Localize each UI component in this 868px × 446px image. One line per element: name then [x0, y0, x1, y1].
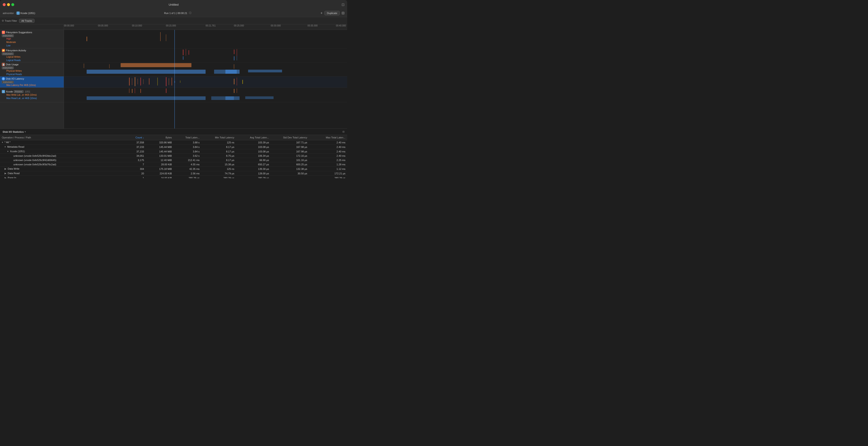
all-tracks-button[interactable]: All Tracks [19, 19, 35, 23]
breadcrumb-admonitor: admonitor [3, 12, 14, 14]
cell-bytes: 145.44 MiB [146, 145, 174, 149]
traffic-lights [3, 3, 14, 6]
track-filter-bar: ⊙ Track Filter All Tracks [0, 17, 347, 24]
expand-icon[interactable]: ▶ [4, 172, 6, 175]
cell-std-latency: 167.98 μs [271, 149, 309, 154]
svg-rect-9 [234, 56, 235, 60]
table-row[interactable]: ▶ Data Write 304 175.18 MiB 42.35 ms 125… [0, 167, 347, 171]
cell-operation: ▾ Xcode (1051) [0, 149, 118, 154]
cell-std-latency: 101.16 μs [271, 158, 309, 162]
col-header-total-latency[interactable]: Total Laten... [174, 135, 202, 140]
cell-min-latency: 280.29 μs [202, 176, 236, 178]
expand-icon[interactable]: ▶ [4, 167, 6, 170]
stats-dropdown-icon[interactable]: ▾ [25, 130, 26, 133]
col-header-count[interactable]: Count ↓ [118, 135, 146, 140]
svg-rect-18 [248, 70, 282, 72]
info-icon[interactable]: ⓘ [189, 11, 191, 15]
cell-count: 3,175 [118, 158, 146, 162]
track-filter-button[interactable]: ⊙ Track Filter [2, 19, 17, 22]
split-view-icon[interactable]: ⊡ [342, 2, 344, 7]
tick-5: 00:25.000 [234, 24, 244, 27]
cell-max-latency: 2.40 ms [309, 145, 347, 149]
track-content-disk-io-latency [64, 77, 347, 88]
cell-avg-latency: 650.27 μs [236, 162, 271, 167]
col-header-min-latency[interactable]: Min Total Latency [202, 135, 236, 140]
svg-rect-17 [225, 70, 240, 74]
col-header-avg-latency[interactable]: Avg Total Laten... [236, 135, 271, 140]
track-icon-xcode: X [2, 90, 5, 93]
tick-1: 00:05.000 [98, 24, 108, 27]
run-info: Run 1 of 1 | 00:00:21 ⓘ [37, 11, 319, 15]
cell-operation: ▾ Metadata Read [0, 145, 118, 149]
tick-0: 00:00.000 [64, 24, 74, 27]
cell-operation: unknown (vnode 0xfe529c9f42bbc2ad) [0, 154, 118, 158]
table-row[interactable]: unknown (vnode 0xfe529c9f42d69645) 3,175… [0, 158, 347, 162]
svg-rect-4 [186, 49, 186, 56]
col-header-operation[interactable]: Operation / Process / Path [0, 135, 118, 140]
expand-icon[interactable]: ▾ [4, 145, 6, 148]
table-row[interactable]: ▾ Metadata Read 37,233 145.44 MiB 3.84 s… [0, 145, 347, 149]
cell-max-latency: 2.25 ms [309, 158, 347, 162]
svg-rect-39 [166, 88, 166, 93]
cell-operation: ▶ Data Write [0, 167, 118, 171]
track-content-area [64, 30, 347, 128]
col-header-max-latency[interactable]: Max Total Laten... [309, 135, 347, 140]
cell-operation: ▶ Page In [0, 176, 118, 178]
table-row[interactable]: unknown (vnode 0xfe529c9f3d76c2ad) 7 28.… [0, 162, 347, 167]
track-label-filesystem-activity[interactable]: 📁 Filesystem Activity Instrument Logical… [0, 49, 64, 62]
sublabel-high: High [2, 37, 62, 40]
stats-panel-icon[interactable]: ⊟ [342, 130, 344, 133]
track-content-disk-usage [64, 62, 347, 77]
cell-count: 37,233 [118, 145, 146, 149]
svg-rect-12 [109, 64, 110, 68]
xcode-pid: 1051 [25, 90, 30, 93]
cell-std-latency: 30.50 μs [271, 171, 309, 176]
col-header-bytes[interactable]: Bytes [146, 135, 174, 140]
close-button[interactable] [3, 3, 6, 6]
svg-rect-24 [143, 79, 144, 84]
table-row[interactable]: ▾ Xcode (1051) 37,233 145.44 MiB 3.84 s … [0, 149, 347, 154]
col-header-std-latency[interactable]: Std Dev Total Latency [271, 135, 309, 140]
cell-total-latency: 2.56 ms [174, 171, 202, 176]
track-label-filesystem-suggestions[interactable]: ⚡ Filesystem Suggestions Instrument High… [0, 30, 64, 49]
breadcrumb: admonitor › Xcode (1051) [3, 11, 35, 15]
cell-total-latency: 3.62 s [174, 154, 202, 158]
table-row[interactable]: unknown (vnode 0xfe529c9f42bbc2ad) 34,05… [0, 154, 347, 158]
svg-rect-19 [129, 78, 129, 86]
toolbar-right: + Duplicate ⊟ [320, 11, 344, 16]
expand-icon[interactable]: ▶ [4, 176, 6, 178]
track-icon-disk-usage: 💾 [2, 63, 5, 66]
tick-7: 00:35.000 [308, 24, 318, 27]
maximize-button[interactable] [11, 3, 14, 6]
expand-icon[interactable]: ▾ [2, 141, 3, 144]
track-filter-label: Track Filter [5, 20, 17, 22]
tick-8: 00:40.000 [336, 24, 346, 27]
duplicate-button[interactable]: Duplicate [324, 11, 340, 16]
cell-max-latency: 172.21 μs [309, 171, 347, 176]
table-row[interactable]: ▾ * All * 37,558 320.86 MiB 3.88 s 125 n… [0, 140, 347, 145]
svg-rect-44 [225, 96, 240, 100]
svg-rect-25 [149, 78, 149, 85]
sidebar-toggle-icon[interactable]: ⊟ [342, 11, 344, 15]
svg-rect-38 [141, 89, 141, 93]
table-row[interactable]: ▶ Data Read 20 224.00 KiB 2.56 ms 74.79 … [0, 171, 347, 176]
svg-rect-29 [172, 78, 172, 86]
expand-icon[interactable]: ▾ [7, 150, 8, 153]
track-label-xcode[interactable]: X Xcode Process 1051 Max Write Lat...er … [0, 88, 64, 102]
cell-std-latency: 167.71 μs [271, 140, 309, 145]
track-label-disk-usage[interactable]: 💾 Disk Usage Instrument Physical Writes … [0, 62, 64, 77]
svg-rect-11 [84, 64, 84, 68]
track-label-disk-io-latency[interactable]: ● Disk I/O Latency Instrument Max Latenc… [0, 77, 64, 88]
svg-rect-2 [166, 34, 166, 41]
cell-max-latency: 2.40 ms [309, 149, 347, 154]
track-name-disk-io-latency: Disk I/O Latency [6, 77, 24, 80]
cell-avg-latency: 139.30 μs [236, 167, 271, 171]
add-track-button[interactable]: + [320, 11, 322, 15]
minimize-button[interactable] [7, 3, 10, 6]
toolbar: admonitor › Xcode (1051) Run 1 of 1 | 00… [0, 9, 347, 17]
ruler-left-spacer [0, 24, 64, 30]
table-row[interactable]: ▶ Page In 1 16.00 KiB 280.29 μs 280.29 μ… [0, 176, 347, 178]
stats-table-container[interactable]: Operation / Process / Path Count ↓ Bytes… [0, 135, 347, 178]
instrument-badge-io: Instrument [2, 81, 14, 84]
track-svg-disk-io-latency [64, 77, 347, 88]
